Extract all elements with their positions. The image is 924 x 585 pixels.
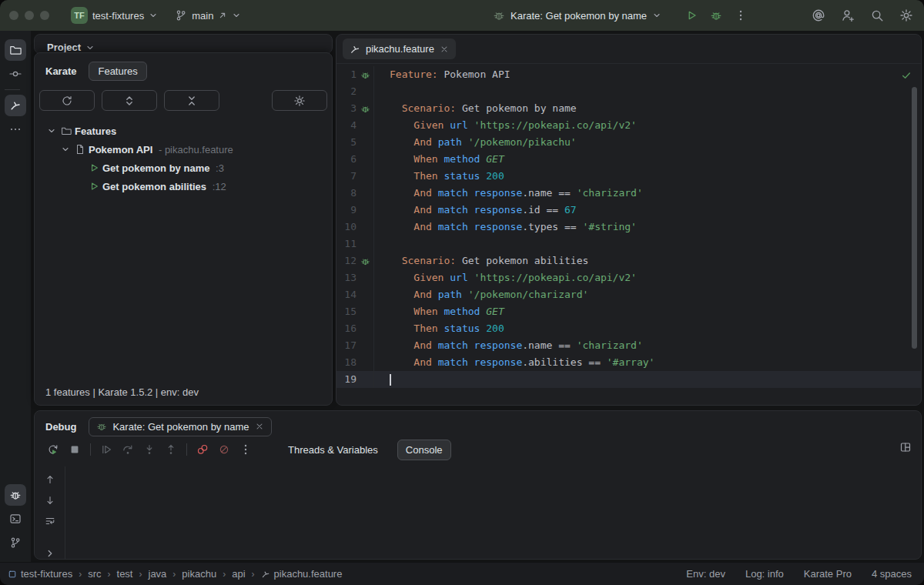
breadcrumb-test[interactable]: test [117, 568, 133, 580]
terminal-icon [9, 513, 22, 525]
collapse-all-button[interactable] [164, 90, 219, 111]
breadcrumb-pikachu[interactable]: pikachu [182, 568, 216, 580]
code-line-14[interactable]: 14 And path '/pokemon/charizard' [336, 286, 921, 303]
code-line-6[interactable]: 6 When method GET [336, 151, 921, 168]
vcs-widget[interactable]: main [170, 6, 246, 25]
tool-terminal[interactable] [5, 508, 26, 530]
mute-breakpoints-button[interactable] [218, 443, 230, 456]
breadcrumb-pikachu-feature[interactable]: pikachu.feature [261, 568, 343, 580]
play-icon [89, 162, 99, 173]
code-line-7[interactable]: 7 Then status 200 [336, 168, 921, 185]
code-line-10[interactable]: 10 And match response.types == '#string' [336, 219, 921, 236]
debug-button[interactable] [710, 9, 722, 22]
ai-assistant-button[interactable] [812, 8, 825, 22]
code-text: And path '/pokemon/pikachu' [373, 134, 577, 151]
module-icon [8, 570, 17, 579]
step-out-button[interactable] [165, 443, 177, 456]
rerun-icon [47, 443, 59, 456]
line-number: 3 [336, 100, 357, 117]
log-level[interactable]: Log: info [745, 568, 784, 580]
karate-pro[interactable]: Karate Pro [804, 568, 852, 580]
code-line-15[interactable]: 15 When method GET [336, 303, 921, 320]
search-everywhere-button[interactable] [870, 8, 884, 22]
resume-icon [100, 443, 112, 456]
tool-debug[interactable] [5, 484, 26, 506]
run-test-gutter-icon[interactable] [357, 252, 373, 269]
breadcrumb-test-fixtures[interactable]: test-fixtures [8, 568, 72, 580]
run-configuration-widget[interactable]: Karate: Get pokemon by name [493, 0, 661, 31]
tool-commit[interactable] [5, 63, 26, 85]
breadcrumb-java[interactable]: java [149, 568, 167, 580]
code-line-3[interactable]: 3 Scenario: Get pokemon by name [336, 100, 921, 117]
next-occurrence-button[interactable] [45, 495, 55, 506]
code-line-18[interactable]: 18 And match response.abilities == '#arr… [336, 354, 921, 371]
code-with-me-button[interactable] [841, 8, 855, 22]
run-test-gutter-icon[interactable] [357, 66, 373, 83]
code-line-17[interactable]: 17 And match response.name == 'charizard… [336, 337, 921, 354]
tree-chevron-icon[interactable] [59, 145, 72, 154]
minimize-window-button[interactable] [25, 11, 34, 20]
stop-button[interactable] [69, 443, 81, 456]
layout-settings-button[interactable] [899, 441, 912, 453]
inspections-ok-icon[interactable] [901, 70, 912, 81]
tree-chevron-icon[interactable] [45, 126, 58, 135]
code-editor[interactable]: 1Feature: Pokemon API23 Scenario: Get po… [336, 64, 921, 406]
more-options-button[interactable] [239, 443, 252, 456]
code-line-8[interactable]: 8 And match response.name == 'charizard' [336, 185, 921, 202]
tree-item-pokemon-api[interactable]: Pokemon API - pikachu.feature [35, 140, 332, 159]
env-indicator[interactable]: Env: dev [686, 568, 725, 580]
code-line-13[interactable]: 13 Given url 'https://pokeapi.co/api/v2' [336, 269, 921, 286]
code-line-19[interactable]: 19 [336, 371, 921, 388]
code-line-9[interactable]: 9 And match response.id == 67 [336, 202, 921, 219]
view-tab-threads-variables[interactable]: Threads & Variables [280, 440, 387, 460]
view-breakpoints-button[interactable] [196, 443, 209, 456]
divider [90, 443, 91, 456]
breadcrumb-src[interactable]: src [88, 568, 101, 580]
project-tool-window-header[interactable]: Project [34, 34, 333, 54]
settings-button[interactable] [272, 90, 327, 111]
more-actions-button[interactable] [735, 9, 747, 22]
tree-item-get-pokemon-by-name[interactable]: Get pokemon by name :3 [35, 159, 332, 177]
tool-version-control[interactable] [5, 532, 26, 553]
code-line-1[interactable]: 1Feature: Pokemon API [336, 66, 921, 83]
view-tab-console[interactable]: Console [397, 440, 451, 460]
code-line-12[interactable]: 12 Scenario: Get pokemon abilities [336, 252, 921, 269]
console-output[interactable] [65, 466, 921, 559]
code-line-16[interactable]: 16 Then status 200 [336, 320, 921, 337]
code-line-2[interactable]: 2 [336, 83, 921, 100]
step-over-button[interactable] [122, 443, 134, 456]
code-line-11[interactable]: 11 [336, 236, 921, 252]
tree-item-get-pokemon-abilities[interactable]: Get pokemon abilities :12 [35, 177, 332, 196]
close-window-button[interactable] [9, 11, 18, 20]
tool-project[interactable] [5, 39, 26, 61]
close-session-icon[interactable] [255, 422, 264, 431]
breadcrumb-separator: › [223, 569, 226, 580]
expand-all-button[interactable] [102, 90, 157, 111]
editor-scrollbar[interactable] [912, 87, 917, 349]
run-button[interactable] [685, 9, 698, 22]
tool-more-tools[interactable] [5, 119, 26, 140]
ide-settings-button[interactable] [899, 8, 913, 22]
tool-karate[interactable] [5, 95, 26, 116]
kebab-icon [239, 443, 252, 456]
editor-tab-pikachu-feature[interactable]: pikachu.feature [343, 38, 456, 59]
tree-item-features[interactable]: Features [35, 122, 332, 140]
run-test-gutter-icon[interactable] [357, 100, 373, 117]
debug-session-tab[interactable]: Karate: Get pokemon by name [89, 417, 271, 436]
indent-info[interactable]: 4 spaces [872, 568, 912, 580]
step-into-button[interactable] [143, 443, 156, 456]
code-line-5[interactable]: 5 And path '/pokemon/pikachu' [336, 134, 921, 151]
project-widget[interactable]: TF test-fixtures [66, 4, 162, 27]
scroll-to-end-button[interactable] [45, 548, 55, 559]
code-line-4[interactable]: 4 Given url 'https://pokeapi.co/api/v2' [336, 117, 921, 134]
close-tab-icon[interactable] [440, 45, 449, 54]
breadcrumb-api[interactable]: api [232, 568, 245, 580]
rerun-button[interactable] [47, 443, 59, 456]
chevron-down-icon [149, 11, 158, 20]
tab-features[interactable]: Features [89, 62, 146, 81]
resume-button[interactable] [100, 443, 112, 456]
zoom-window-button[interactable] [40, 11, 49, 20]
refresh-button[interactable] [39, 90, 95, 111]
prev-occurrence-button[interactable] [45, 474, 55, 485]
soft-wrap-button[interactable] [45, 516, 55, 526]
